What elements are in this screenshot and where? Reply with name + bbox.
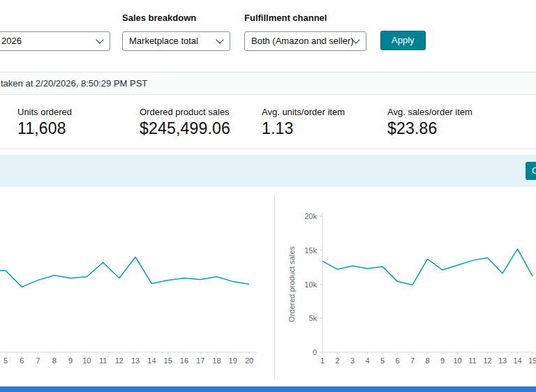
date-range-select[interactable]: 2026 (0, 31, 110, 51)
stats-row: Units ordered 11,608 Ordered product sal… (0, 96, 536, 149)
bottom-section-bar (0, 386, 536, 392)
ordered-product-sales-chart: 05k10k15k20k123456789101112131415Ordered… (276, 195, 536, 378)
band-action-button[interactable]: C (526, 162, 536, 180)
svg-text:20: 20 (245, 356, 253, 365)
stat-value: $245,499.06 (140, 119, 230, 138)
sales-breakdown-value: Marketplace total (129, 36, 198, 46)
snapshot-note-row: taken at 2/20/2026, 8:50:29 PM PST (0, 72, 536, 95)
svg-text:5: 5 (380, 356, 385, 365)
svg-text:13: 13 (131, 356, 140, 365)
svg-text:1: 1 (320, 356, 325, 365)
svg-text:5: 5 (3, 356, 8, 365)
stat-label: Units ordered (17, 107, 72, 117)
svg-text:8: 8 (425, 356, 429, 365)
svg-text:12: 12 (115, 356, 124, 365)
svg-text:10: 10 (453, 356, 461, 365)
stat-label: Avg. sales/order item (387, 107, 472, 117)
svg-text:19: 19 (229, 356, 237, 365)
units-ordered-chart: 567891011121314151617181920 (0, 195, 274, 378)
svg-text:5k: 5k (308, 314, 317, 322)
svg-text:6: 6 (395, 356, 399, 365)
svg-text:14: 14 (513, 356, 521, 365)
stat-units-ordered: Units ordered 11,608 (17, 107, 72, 138)
svg-text:7: 7 (410, 356, 415, 365)
svg-text:16: 16 (180, 356, 188, 365)
svg-text:0: 0 (313, 348, 317, 356)
stat-value: 11,608 (17, 119, 72, 138)
svg-text:6: 6 (20, 356, 24, 365)
stat-value: $23.86 (387, 119, 472, 138)
svg-text:15k: 15k (304, 246, 317, 255)
svg-text:20k: 20k (304, 212, 317, 220)
filter-bar: 2026 Sales breakdown Marketplace total F… (0, 0, 536, 72)
stat-ordered-product-sales: Ordered product sales $245,499.06 (140, 107, 230, 138)
apply-button[interactable]: Apply (380, 31, 426, 50)
fulfillment-channel-label: Fulfillment channel (244, 13, 327, 23)
svg-text:2: 2 (335, 356, 339, 365)
chart-toolbar-band: C (0, 155, 536, 187)
svg-text:14: 14 (147, 356, 156, 365)
svg-text:10k: 10k (304, 280, 317, 289)
chevron-down-icon (216, 36, 223, 43)
stat-avg-sales-order-item: Avg. sales/order item $23.86 (387, 107, 472, 138)
svg-text:12: 12 (483, 356, 491, 365)
svg-text:9: 9 (440, 356, 445, 365)
svg-text:17: 17 (196, 356, 204, 365)
svg-text:11: 11 (99, 356, 107, 365)
svg-text:Ordered product sales: Ordered product sales (288, 246, 296, 322)
stat-avg-units-order-item: Avg. units/order item 1.13 (262, 107, 345, 138)
sales-breakdown-select[interactable]: Marketplace total (122, 31, 230, 51)
fulfillment-channel-select[interactable]: Both (Amazon and seller) (244, 31, 366, 51)
chart-divider (274, 195, 275, 379)
snapshot-note-text: taken at 2/20/2026, 8:50:29 PM PST (1, 73, 147, 94)
svg-text:15: 15 (164, 356, 172, 365)
chevron-down-icon (96, 36, 103, 43)
svg-text:8: 8 (52, 356, 57, 365)
svg-text:7: 7 (36, 356, 40, 365)
svg-text:11: 11 (468, 356, 476, 365)
stat-value: 1.13 (262, 119, 345, 138)
svg-text:4: 4 (365, 356, 369, 365)
charts-section: 567891011121314151617181920 05k10k15k20k… (0, 187, 536, 386)
svg-text:9: 9 (68, 356, 73, 365)
sales-breakdown-label: Sales breakdown (122, 13, 196, 23)
stat-label: Avg. units/order item (262, 107, 345, 117)
svg-text:10: 10 (82, 356, 91, 365)
svg-text:15: 15 (528, 356, 536, 365)
date-range-value: 2026 (1, 32, 22, 50)
svg-text:3: 3 (350, 356, 355, 365)
fulfillment-channel-value: Both (Amazon and seller) (251, 36, 354, 46)
svg-text:13: 13 (498, 356, 507, 365)
svg-text:18: 18 (212, 356, 221, 365)
stat-label: Ordered product sales (140, 107, 230, 117)
